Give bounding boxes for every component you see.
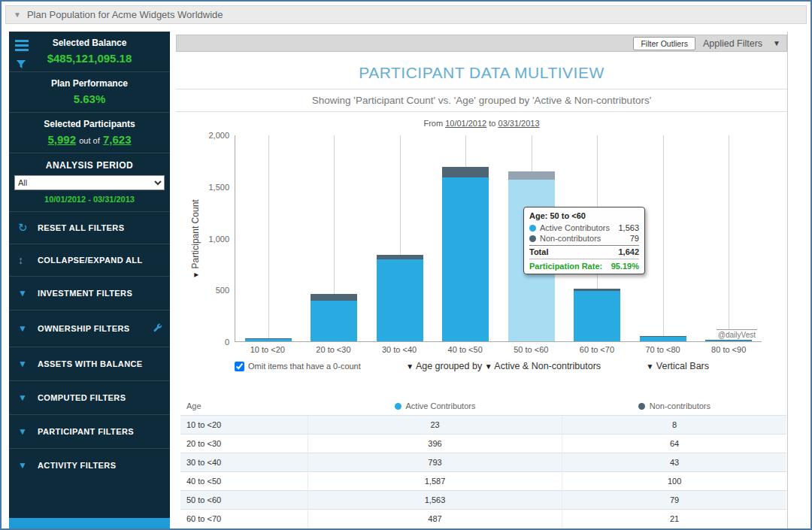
- active-contributors-segment[interactable]: [245, 339, 292, 341]
- table-row[interactable]: 50 to <601,56379: [180, 491, 786, 510]
- chart: ▼ Participant Count 2,0001,5001,0005000 …: [189, 135, 762, 342]
- plan-performance-stat: Plan Performance 5.63%: [9, 71, 170, 112]
- tooltip-rate-value: 95.19%: [611, 262, 639, 271]
- active-contributors-segment[interactable]: [640, 337, 686, 341]
- table-row[interactable]: 60 to <7048721: [180, 510, 786, 528]
- sidebar-item-computed-filters[interactable]: ▼COMPUTED FILTERS: [9, 380, 170, 414]
- plan-performance-value: 5.63%: [9, 92, 170, 105]
- sidebar-item-collapse-expand-all[interactable]: ↕COLLAPSE/EXPAND ALL: [9, 244, 170, 276]
- applied-filters-dropdown[interactable]: Applied Filters: [703, 38, 762, 49]
- y-axis-tick: 1,000: [208, 235, 229, 244]
- period-from-link[interactable]: 10/01/2012: [445, 119, 486, 128]
- y-axis-selector[interactable]: ▼ Participant Count: [190, 199, 201, 278]
- chevron-down-icon[interactable]: ▼: [406, 362, 414, 371]
- table-row[interactable]: 10 to <20238: [180, 416, 786, 435]
- chevron-down-icon[interactable]: ▼: [192, 271, 200, 278]
- tooltip-value: 79: [630, 234, 639, 243]
- bar-40-to-50[interactable]: [433, 135, 499, 341]
- tooltip-title: Age: 50 to <60: [529, 211, 639, 220]
- column-header-age: Age: [180, 397, 308, 416]
- active-contributors-segment[interactable]: [311, 301, 357, 342]
- value-cell: 793: [308, 453, 562, 472]
- active-contributors-segment[interactable]: [705, 341, 752, 341]
- selected-participants-stat: Selected Participants 5,992 out of 7,623: [9, 112, 170, 153]
- sidebar-item-label: ASSETS WITH BALANCE: [38, 359, 162, 368]
- data-table: Age Active Contributors Non-contributors…: [180, 397, 786, 528]
- x-axis-label: 50 to <60: [498, 345, 565, 354]
- sidebar-footer-button[interactable]: [9, 518, 170, 528]
- menu-icon[interactable]: [15, 40, 35, 51]
- analysis-period-select[interactable]: All: [14, 175, 165, 190]
- omit-zero-count-label: Omit items that have a 0-count: [248, 362, 361, 371]
- non-contributors-segment[interactable]: [442, 167, 489, 177]
- active-contributors-dot: [529, 225, 536, 232]
- x-axis-label: 10 to <20: [235, 345, 301, 354]
- value-cell: 1,563: [308, 491, 562, 510]
- bar-30-to-40[interactable]: [367, 135, 433, 341]
- tooltip-label: Non-contributors: [540, 234, 601, 243]
- category-gridline: [268, 135, 269, 341]
- sidebar-item-label: RESET ALL FILTERS: [38, 223, 162, 232]
- series-selector[interactable]: Active & Non-contributors: [494, 361, 601, 371]
- non-contributors-dot: [529, 235, 536, 242]
- period-to-link[interactable]: 03/31/2013: [498, 119, 540, 128]
- active-contributors-segment[interactable]: [377, 259, 423, 341]
- bar-80-to-90[interactable]: [696, 135, 762, 341]
- y-axis-ticks: 2,0001,5001,0005000: [201, 135, 235, 342]
- omit-zero-count-checkbox[interactable]: [235, 362, 244, 371]
- chevron-down-icon[interactable]: ▼: [646, 362, 653, 371]
- chart-toolbar: Filter Outliers Applied Filters ▼: [176, 35, 787, 52]
- age-cell: 30 to <40: [180, 453, 308, 472]
- bar-10-to-20[interactable]: [235, 135, 301, 341]
- table-row[interactable]: 40 to <501,587100: [180, 472, 786, 491]
- refresh-icon: ↻: [18, 223, 38, 232]
- age-cell: 20 to <30: [180, 435, 308, 453]
- table-row[interactable]: 20 to <3039664: [180, 435, 786, 453]
- x-axis-labels: 10 to <2020 to <3030 to <4040 to <5050 t…: [235, 345, 762, 354]
- chevron-down-icon: ▼: [18, 426, 38, 437]
- sidebar-item-assets-with-balance[interactable]: ▼ASSETS WITH BALANCE: [9, 347, 170, 380]
- group-by-selector[interactable]: Age grouped by: [416, 361, 482, 371]
- chevron-down-icon[interactable]: ▼: [14, 11, 21, 19]
- bar-20-to-30[interactable]: [301, 135, 368, 341]
- value-cell: 100: [562, 472, 786, 491]
- sidebar-item-activity-filters[interactable]: ▼ACTIVITY FILTERS: [9, 448, 170, 482]
- chevron-down-icon[interactable]: ▼: [770, 39, 780, 47]
- participants-out-of-text: out of: [79, 136, 100, 145]
- chart-type-selector[interactable]: Vertical Bars: [656, 361, 709, 371]
- collapse-expand-icon: ↕: [18, 256, 38, 265]
- sidebar-item-label: PARTICIPANT FILTERS: [38, 427, 162, 436]
- participants-total-link[interactable]: 7,623: [103, 133, 132, 146]
- sidebar-item-reset-all-filters[interactable]: ↻RESET ALL FILTERS: [9, 211, 170, 244]
- filter-outliers-button[interactable]: Filter Outliers: [633, 37, 695, 50]
- chevron-down-icon[interactable]: ▼: [485, 362, 492, 371]
- period-prefix: From: [423, 119, 443, 128]
- sidebar: Selected Balance $485,121,095.18 Plan Pe…: [9, 32, 170, 528]
- watermark: @dailyVest: [717, 329, 757, 339]
- value-cell: 8: [562, 416, 786, 435]
- sidebar-item-investment-filters[interactable]: ▼INVESTMENT FILTERS: [9, 276, 170, 310]
- sidebar-item-label: INVESTMENT FILTERS: [38, 289, 162, 298]
- active-contributors-segment[interactable]: [574, 291, 620, 341]
- sidebar-item-label: COMPUTED FILTERS: [38, 393, 162, 402]
- filter-icon[interactable]: [15, 59, 27, 70]
- x-axis-label: 20 to <30: [301, 345, 367, 354]
- period-to-word: to: [489, 119, 495, 128]
- analysis-period-range: 10/01/2012 - 03/31/2013: [9, 195, 170, 204]
- wrench-icon[interactable]: [153, 322, 162, 335]
- tooltip-value: 1,563: [618, 223, 639, 232]
- table-row[interactable]: 30 to <4079343: [180, 453, 786, 472]
- age-cell: 10 to <20: [180, 416, 308, 435]
- sidebar-item-ownership-filters[interactable]: ▼OWNERSHIP FILTERS: [9, 310, 170, 347]
- active-contributors-segment[interactable]: [442, 177, 489, 341]
- column-header-active: Active Contributors: [308, 397, 562, 416]
- sidebar-item-participant-filters[interactable]: ▼PARTICIPANT FILTERS: [9, 414, 170, 448]
- age-cell: 60 to <70: [180, 510, 308, 528]
- y-axis-tick: 0: [225, 338, 229, 347]
- value-cell: 487: [308, 510, 562, 528]
- participants-selected-link[interactable]: 5,992: [48, 133, 77, 146]
- non-contributors-segment[interactable]: [508, 171, 555, 180]
- tooltip-total-value: 1,642: [618, 247, 639, 256]
- chart-subtitle: Showing 'Participant Count' vs. 'Age' gr…: [176, 89, 787, 111]
- non-contributors-segment[interactable]: [311, 294, 357, 301]
